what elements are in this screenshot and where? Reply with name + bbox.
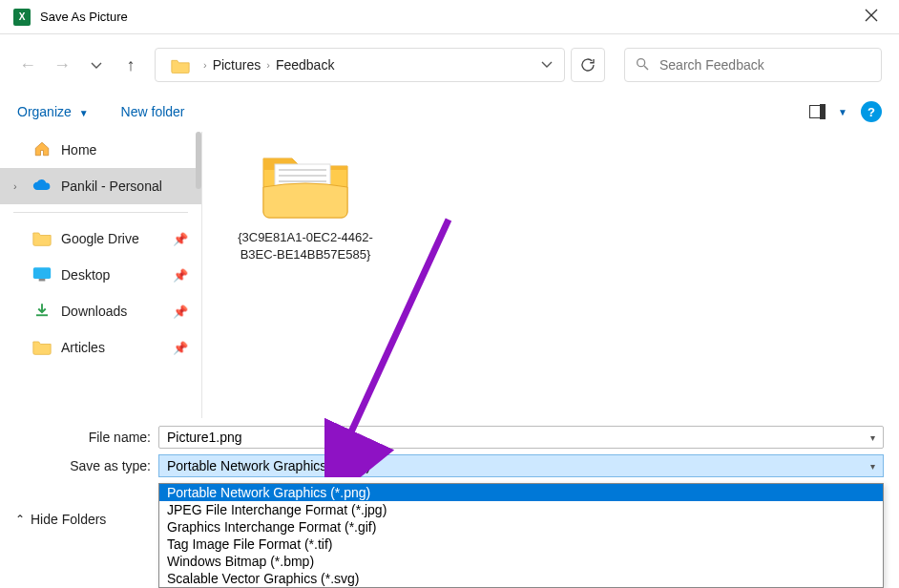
main-area: Home › Pankil - Personal Google Drive 📌 …	[0, 132, 899, 418]
folder-thumbnail-icon	[258, 145, 353, 220]
filetype-option[interactable]: Graphics Interchange Format (*.gif)	[159, 518, 883, 536]
chevron-right-icon: ›	[13, 180, 23, 192]
filetype-option[interactable]: Scalable Vector Graphics (*.svg)	[159, 570, 883, 587]
download-icon	[32, 302, 52, 322]
chevron-right-icon: ›	[203, 59, 207, 71]
sidebar-item-label: Desktop	[61, 267, 110, 283]
filename-label: File name:	[15, 430, 158, 445]
breadcrumb-item[interactable]: Feedback	[276, 57, 334, 73]
sidebar-item-label: Pankil - Personal	[61, 178, 162, 194]
up-button[interactable]: ↑	[120, 55, 141, 75]
chevron-down-icon: ▼	[79, 108, 89, 118]
filetype-option[interactable]: Tag Image File Format (*.tif)	[159, 536, 883, 553]
sidebar-item-label: Downloads	[61, 304, 127, 319]
svg-rect-1	[33, 267, 51, 279]
new-folder-button[interactable]: New folder	[121, 104, 185, 119]
desktop-icon	[32, 265, 52, 285]
pin-icon: 📌	[173, 232, 188, 246]
search-input[interactable]	[659, 57, 871, 73]
close-button[interactable]	[857, 5, 886, 29]
sidebar-item-articles[interactable]: Articles 📌	[0, 329, 201, 366]
excel-icon: X	[13, 9, 31, 26]
title-bar: X Save As Picture	[0, 0, 899, 34]
filetype-selected: Portable Network Graphics (*.png)	[167, 458, 370, 473]
hide-folders-toggle[interactable]: ⌃ Hide Folders	[15, 512, 106, 527]
pin-icon: 📌	[173, 268, 188, 283]
filename-combobox[interactable]: ▾	[158, 426, 884, 449]
hide-folders-label: Hide Folders	[31, 512, 106, 527]
filetype-combobox[interactable]: Portable Network Graphics (*.png) ▾	[158, 454, 884, 477]
refresh-button[interactable]	[571, 48, 605, 82]
address-bar[interactable]: › Pictures › Feedback	[155, 48, 565, 82]
sidebar-item-home[interactable]: Home	[0, 132, 201, 168]
sidebar-item-onedrive[interactable]: › Pankil - Personal	[0, 168, 201, 204]
divider	[13, 212, 188, 213]
window-title: Save As Picture	[40, 10, 128, 24]
home-icon	[32, 140, 52, 160]
filetype-dropdown-list: Portable Network Graphics (*.png) JPEG F…	[158, 483, 884, 588]
chevron-down-icon[interactable]: ▾	[870, 432, 875, 443]
recent-locations-button[interactable]	[86, 55, 107, 75]
search-icon	[635, 56, 650, 74]
pin-icon: 📌	[173, 304, 188, 319]
help-button[interactable]: ?	[861, 101, 882, 122]
pin-icon: 📌	[173, 341, 188, 355]
filetype-option[interactable]: Windows Bitmap (*.bmp)	[159, 553, 883, 570]
svg-point-0	[638, 58, 645, 66]
svg-rect-2	[39, 279, 46, 282]
search-box[interactable]	[624, 48, 882, 82]
cloud-icon	[32, 177, 52, 197]
filetype-label: Save as type:	[15, 458, 158, 473]
breadcrumb-dropdown[interactable]	[537, 54, 556, 75]
sidebar-item-label: Home	[61, 142, 96, 158]
view-dropdown[interactable]: ▼	[838, 107, 847, 117]
save-form: File name: ▾ Save as type: Portable Netw…	[0, 418, 899, 588]
breadcrumb-item[interactable]: Pictures	[213, 57, 261, 73]
sidebar-item-label: Google Drive	[61, 231, 139, 246]
folder-icon	[32, 338, 52, 358]
forward-button[interactable]: →	[52, 55, 73, 75]
sidebar-item-gdrive[interactable]: Google Drive 📌	[0, 220, 201, 257]
back-button[interactable]: ←	[17, 55, 38, 75]
folder-icon	[171, 57, 190, 73]
navigation-bar: ← → ↑ › Pictures › Feedback	[0, 34, 899, 95]
organize-menu[interactable]: Organize ▼	[17, 104, 89, 119]
view-layout-button[interactable]	[809, 105, 825, 118]
sidebar-item-label: Articles	[61, 340, 105, 355]
sidebar-item-desktop[interactable]: Desktop 📌	[0, 257, 201, 293]
filetype-option[interactable]: JPEG File Interchange Format (*.jpg)	[159, 501, 883, 518]
folder-name: {3C9E81A1-0EC2-4462-B3EC-BE14BB57E585}	[229, 229, 382, 263]
sidebar-item-downloads[interactable]: Downloads 📌	[0, 293, 201, 329]
navigation-pane: Home › Pankil - Personal Google Drive 📌 …	[0, 132, 202, 418]
folder-icon	[32, 229, 52, 249]
folder-item[interactable]: {3C9E81A1-0EC2-4462-B3EC-BE14BB57E585}	[229, 145, 382, 263]
command-bar: Organize ▼ New folder ▼ ?	[0, 95, 899, 132]
chevron-down-icon: ▾	[870, 461, 875, 472]
chevron-right-icon: ›	[266, 59, 270, 71]
file-list[interactable]: {3C9E81A1-0EC2-4462-B3EC-BE14BB57E585}	[202, 132, 899, 418]
chevron-up-icon: ⌃	[15, 513, 25, 526]
filetype-option[interactable]: Portable Network Graphics (*.png)	[159, 484, 883, 501]
filename-input[interactable]	[167, 430, 870, 445]
